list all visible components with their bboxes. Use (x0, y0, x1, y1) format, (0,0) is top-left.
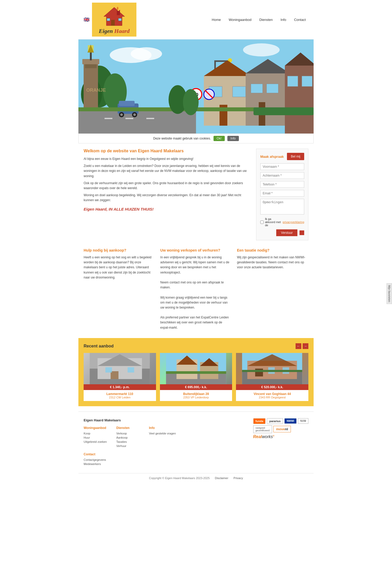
footer-info: Info Veel gestelde vragen (149, 426, 176, 449)
welcome-title: Welkom op de website van Eigen Haard Mak… (84, 149, 251, 153)
nav-diensten[interactable]: Diensten (259, 18, 273, 22)
opmerkingen-input[interactable] (260, 199, 304, 214)
partner-logos: funda pararius NWWI NVM (253, 418, 309, 424)
funda-logo: funda (253, 418, 266, 424)
svg-point-3 (117, 7, 118, 10)
svg-text:ORANJE: ORANJE (86, 88, 106, 93)
welcome-p3: Ook op de verhuurmarkt zijn wij een grot… (84, 181, 251, 191)
property-card-1[interactable]: € 1.340,- p.m. Lammermarkt 110 2312 CW L… (84, 353, 156, 401)
privacy-link-footer[interactable]: Privacy (234, 476, 243, 480)
realworks-logo: Realworks® (253, 434, 309, 439)
card-city-3: 2343 RR Oegstgeest (237, 396, 307, 399)
svg-rect-38 (246, 73, 290, 126)
svg-point-10 (243, 43, 280, 56)
svg-rect-21 (105, 118, 112, 119)
svg-rect-62 (128, 367, 134, 373)
privacy-link[interactable]: privacyverklaring (283, 220, 304, 224)
footer-koop[interactable]: Koop (84, 432, 110, 435)
carousel-arrows: ← → (296, 343, 308, 349)
footer-taxaties[interactable]: Taxaties (116, 440, 142, 443)
footer-link-cols: Woningaanbod Koop Huur Uitgebreid zoeken… (84, 426, 245, 449)
card-info-2: Buitendijklaan 28 2353 VP Leiderdorp (160, 390, 232, 401)
nav-info[interactable]: Info (281, 18, 286, 22)
card-address-1: Lammermarkt 110 (85, 392, 155, 396)
footer-brand-col: Eigen Haard Makelaars Woningaanbod Koop … (84, 418, 245, 467)
nav-contact[interactable]: Contact (294, 18, 306, 22)
form-header: Maak afspraak Bel mij (260, 153, 304, 160)
svg-point-27 (120, 113, 123, 116)
achternaam-field (260, 172, 304, 179)
card-info-1: Lammermarkt 110 2312 CW Leiden (84, 390, 156, 401)
arrow-next[interactable]: → (303, 343, 308, 349)
svg-rect-22 (125, 118, 133, 119)
nav-woningaanbod[interactable]: Woningaanbod (229, 18, 251, 22)
footer-contact: Contact Contactgegevens Medewerkers (84, 452, 245, 466)
cookie-text: Deze website maakt gebruik van cookies. (153, 137, 211, 140)
recent-title: Recent aanbod (84, 344, 114, 348)
nwwi-logo: NWWI (284, 418, 297, 424)
verstuur-button[interactable]: Verstuur (276, 229, 297, 236)
three-columns: Hulp nodig bij aankoop? Heeft u een woni… (78, 243, 314, 335)
main-nav: Home Woningaanbod Diensten Info Contact (212, 18, 308, 22)
property-card-3[interactable]: € 520.000,- k.k. Vincent van Goghlaan 44… (236, 353, 308, 401)
move-logo: movenl (273, 426, 291, 432)
property-cards: € 1.340,- p.m. Lammermarkt 110 2312 CW L… (84, 353, 308, 401)
col-aankoop: Hulp nodig bij aankoop? Heeft u een woni… (84, 248, 155, 330)
cookie-ok-button[interactable]: Ok! (214, 136, 225, 141)
nav-home[interactable]: Home (212, 18, 221, 22)
svg-rect-41 (267, 84, 278, 93)
footer-uitgebreid[interactable]: Uitgebreid zoeken (84, 440, 110, 443)
cookie-info-button[interactable]: Info (227, 136, 239, 141)
footer-verhuur[interactable]: Verhuur (116, 444, 142, 447)
achternaam-input[interactable] (260, 172, 304, 179)
welcome-p2: Zoekt u een makelaar in de Leiden en oms… (84, 164, 251, 179)
footer-contactgegevens[interactable]: Contactgegevens (84, 458, 245, 461)
flag-icon: 🇬🇧 (84, 17, 89, 22)
bel-mij-button[interactable]: Bel mij (287, 153, 304, 160)
footer-woningaanbod: Woningaanbod Koop Huur Uitgebreid zoeken (84, 426, 110, 449)
arrow-prev[interactable]: ← (296, 343, 301, 349)
card-price-1: € 1.340,- p.m. (84, 384, 156, 390)
col-taxatie-text: Wij zijn gespecialiseerd in het maken va… (237, 255, 308, 270)
form-submit-area: Verstuur (260, 229, 304, 236)
welcome-p1: Al bijna een eeuw is Eigen Haard een beg… (84, 156, 251, 161)
svg-rect-17 (90, 53, 92, 60)
footer-logos-col: funda pararius NWWI NVM vastgoedgecertif… (253, 418, 309, 467)
svg-rect-6 (118, 18, 122, 21)
card-price-3: € 520.000,- k.k. (236, 384, 308, 390)
footer-aankoop[interactable]: Aankoop (116, 436, 142, 439)
maak-label: Maak afspraak (260, 155, 284, 159)
disclaimer-link[interactable]: Disclaimer (215, 476, 228, 480)
svg-rect-16 (85, 64, 97, 68)
svg-point-9 (131, 47, 162, 60)
svg-rect-5 (107, 18, 110, 21)
cookie-bar: Deze website maakt gebruik van cookies. … (78, 133, 314, 143)
footer-faq[interactable]: Veel gestelde vragen (149, 432, 176, 435)
footer-verkoop[interactable]: Verkoop (116, 432, 142, 435)
privacy-checkbox[interactable] (260, 220, 264, 224)
footer-medewerkers[interactable]: Medewerkers (84, 462, 245, 466)
copyright: Copyright © Eigen Haard Makelaars 2023-2… (149, 476, 210, 480)
logo-area: 🇬🇧 (84, 3, 136, 37)
card-img-1 (84, 353, 156, 384)
email-input[interactable] (260, 190, 304, 197)
property-card-2[interactable]: € 695.000,- k.k. Buitendijklaan 28 2353 … (160, 353, 232, 401)
content-left: Welkom op de website van Eigen Haard Mak… (84, 149, 256, 240)
contact-form-panel: Maak afspraak Bel mij Ik ga akkoord met … (256, 149, 308, 240)
footer-top: Eigen Haard Makelaars Woningaanbod Koop … (78, 411, 314, 473)
verstuur-icon (299, 230, 304, 235)
logo-box: Eigen Haard (92, 3, 136, 37)
footer-huur[interactable]: Huur (84, 436, 110, 439)
card-img-2 (160, 353, 232, 384)
voornaam-input[interactable] (260, 163, 304, 170)
tagline: Eigen Haard, IN ALLE HUIZEN THUIS! (84, 207, 251, 211)
svg-rect-54 (253, 107, 314, 115)
footer-info-title: Info (149, 426, 176, 430)
col-verkoop-title: Uw woning verkopen of verhuren? (160, 248, 232, 252)
telefoon-input[interactable] (260, 181, 304, 188)
svg-rect-36 (233, 86, 246, 97)
nvm-logo: NVM (298, 418, 308, 424)
voornaam-field (260, 163, 304, 170)
svg-rect-4 (111, 20, 115, 26)
footer-bottom: Copyright © Eigen Haard Makelaars 2023-2… (78, 473, 314, 483)
